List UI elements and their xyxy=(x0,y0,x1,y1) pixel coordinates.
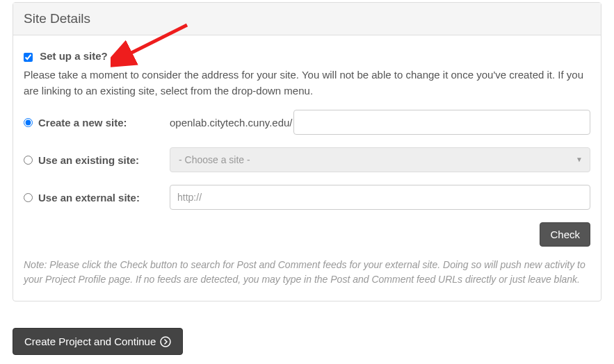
existing-site-select[interactable]: - Choose a site - ▼ xyxy=(170,147,590,172)
panel-title: Site Details xyxy=(13,3,601,35)
new-site-slug-input[interactable] xyxy=(293,110,590,135)
external-site-label: Use an external site: xyxy=(38,192,140,204)
existing-site-select-placeholder: - Choose a site - xyxy=(179,154,250,165)
setup-site-label: Set up a site? xyxy=(40,50,108,62)
create-site-radio[interactable] xyxy=(24,118,33,127)
existing-site-radio[interactable] xyxy=(24,156,33,165)
chevron-circle-right-icon xyxy=(160,336,171,347)
external-site-row: Use an external site: xyxy=(24,185,590,210)
instructions-text: Please take a moment to consider the add… xyxy=(24,67,590,99)
create-site-label: Create a new site: xyxy=(38,117,127,129)
create-project-continue-button[interactable]: Create Project and Continue xyxy=(13,328,183,355)
domain-prefix: openlab.citytech.cuny.edu/ xyxy=(170,117,293,129)
site-details-panel: Site Details Set up a site? Please take … xyxy=(13,2,601,301)
create-site-row: Create a new site: openlab.citytech.cuny… xyxy=(24,110,590,135)
setup-site-row: Set up a site? xyxy=(24,50,590,62)
feeds-note: Note: Please click the Check button to s… xyxy=(24,258,590,287)
submit-button-label: Create Project and Continue xyxy=(24,336,156,347)
external-site-url-input[interactable] xyxy=(170,185,590,210)
check-button[interactable]: Check xyxy=(540,222,590,247)
existing-site-row: Use an existing site: - Choose a site - … xyxy=(24,147,590,172)
external-site-radio[interactable] xyxy=(24,193,33,202)
setup-site-checkbox[interactable] xyxy=(24,53,33,62)
existing-site-label: Use an existing site: xyxy=(38,154,139,166)
panel-body: Set up a site? Please take a moment to c… xyxy=(13,35,601,301)
chevron-down-icon: ▼ xyxy=(576,154,583,166)
svg-point-2 xyxy=(161,337,170,347)
